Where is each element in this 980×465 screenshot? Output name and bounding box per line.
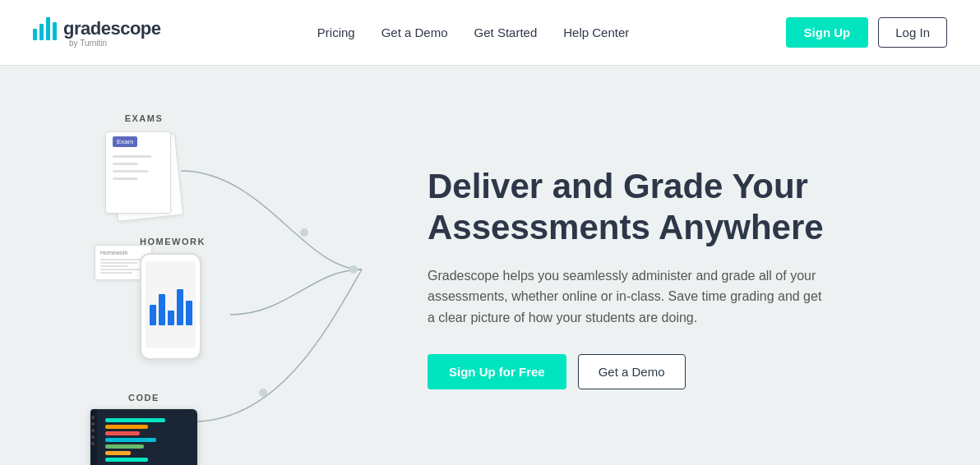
code-terminal-wrapper (90, 409, 197, 465)
navbar-actions: Sign Up Log In (786, 17, 947, 48)
hw-paper-title: Homework (100, 250, 146, 256)
code-label: CODE (90, 393, 197, 403)
hero-content: Deliver and Grade Your Assessments Anywh… (395, 150, 931, 390)
nav-link-get-started[interactable]: Get Started (474, 25, 538, 39)
svg-point-0 (300, 228, 308, 237)
exams-card: EXAMS (99, 113, 189, 208)
code-lines (97, 418, 191, 462)
svg-point-2 (259, 389, 267, 397)
navbar: gradescope by Turnitin Pricing Get a Dem… (0, 0, 980, 66)
svg-point-1 (349, 265, 358, 274)
logo-icon (33, 17, 57, 40)
nav-links: Pricing Get a Demo Get Started Help Cent… (317, 25, 630, 39)
phone-chart (150, 284, 192, 325)
hero-actions: Sign Up for Free Get a Demo (428, 354, 931, 389)
exam-papers: Exam (99, 130, 189, 208)
nav-link-help-center[interactable]: Help Center (563, 25, 629, 39)
signup-button[interactable]: Sign Up (786, 17, 869, 48)
logo: gradescope by Turnitin (33, 17, 161, 48)
login-button[interactable]: Log In (878, 17, 947, 48)
exams-label: EXAMS (99, 113, 189, 123)
homework-card: HOMEWORK Homework (140, 237, 206, 360)
main-content: EXAMS (0, 66, 980, 465)
get-demo-button[interactable]: Get a Demo (578, 354, 686, 389)
hero-description: Gradescope helps you seamlessly administ… (428, 265, 822, 329)
code-terminal (90, 409, 197, 465)
hero-title: Deliver and Grade Your Assessments Anywh… (428, 166, 839, 249)
nav-link-pricing[interactable]: Pricing (317, 25, 355, 39)
code-card: CODE (90, 393, 197, 465)
phone-device (140, 253, 201, 360)
phone-screen (146, 261, 196, 348)
logo-turnitin: by Turnitin (69, 39, 107, 48)
signup-free-button[interactable]: Sign Up for Free (428, 354, 566, 389)
exam-tag: Exam (113, 136, 137, 147)
code-side-dots (90, 409, 97, 465)
illustration: EXAMS (49, 97, 395, 442)
logo-text: gradescope (63, 18, 161, 39)
nav-link-get-a-demo[interactable]: Get a Demo (381, 25, 448, 39)
exam-paper-front: Exam (105, 131, 171, 214)
